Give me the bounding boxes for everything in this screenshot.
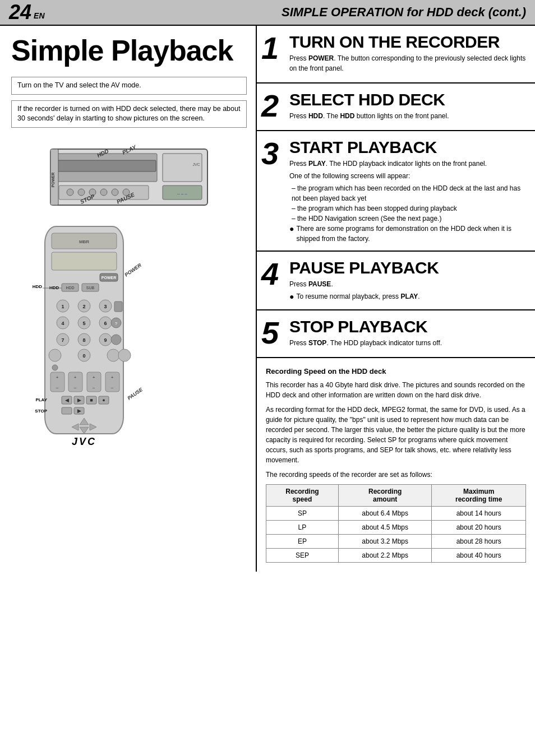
- section-title: Simple Playback: [11, 35, 247, 67]
- svg-text:PLAY: PLAY: [35, 397, 47, 402]
- step-5-heading: STOP PLAYBACK: [289, 317, 526, 336]
- svg-text:-- -- --: -- -- --: [177, 192, 188, 196]
- svg-point-9: [78, 189, 85, 196]
- step-1: 1 TURN ON THE RECORDER Press POWER. The …: [257, 26, 535, 84]
- step-3-content: START PLAYBACK Press PLAY. The HDD playb…: [289, 138, 526, 244]
- step-3-heading: START PLAYBACK: [289, 138, 526, 156]
- step-1-heading: TURN ON THE RECORDER: [289, 33, 526, 51]
- step-3-bullet: ● There are some programs for demonstrat…: [289, 224, 526, 244]
- svg-text:▶: ▶: [77, 397, 81, 403]
- svg-text:?: ?: [115, 321, 118, 326]
- svg-text:SUB: SUB: [86, 286, 95, 290]
- table-cell: EP: [266, 534, 338, 548]
- table-row: LPabout 4.5 Mbpsabout 20 hours: [266, 520, 525, 534]
- table-cell: about 28 hours: [432, 534, 526, 548]
- recording-title: Recording Speed on the HDD deck: [266, 367, 526, 375]
- step-4-number: 4: [261, 258, 289, 290]
- svg-rect-38: [114, 302, 122, 312]
- step-3-text: Press PLAY. The HDD playback indicator l…: [289, 159, 526, 169]
- svg-text:HDD: HDD: [66, 286, 74, 290]
- step-2-heading: SELECT HDD DECK: [289, 90, 526, 109]
- bullet-dot-4: ●: [289, 291, 294, 303]
- step-3-list: the program which has been recorded on t…: [289, 183, 526, 224]
- svg-text:–: –: [111, 385, 114, 390]
- recording-paragraph-3: The recording speeds of the recorder are…: [266, 470, 526, 480]
- left-column: Simple Playback Turn on the TV and selec…: [0, 26, 257, 572]
- step-4-heading: PAUSE PLAYBACK: [289, 258, 526, 277]
- remote-wrapper: MBR POWER HDD HDD SUB 1: [11, 221, 247, 458]
- svg-text:8: 8: [82, 337, 85, 343]
- svg-text:–: –: [93, 385, 95, 390]
- svg-text:9: 9: [104, 337, 107, 343]
- col-header-amount: Recordingamount: [338, 484, 432, 506]
- right-column: 1 TURN ON THE RECORDER Press POWER. The …: [257, 26, 535, 572]
- svg-rect-5: [163, 154, 202, 182]
- table-cell: about 2.2 Mbps: [338, 548, 432, 562]
- page-header: 24 EN SIMPLE OPERATION for HDD deck (con…: [0, 0, 535, 26]
- svg-text:+: +: [74, 375, 77, 380]
- svg-point-58: [118, 349, 131, 361]
- recorder-svg: POWER JVC HDD PLAY STOP P: [45, 138, 213, 211]
- svg-point-57: [107, 349, 119, 361]
- table-row: EPabout 3.2 Mbpsabout 28 hours: [266, 534, 525, 548]
- svg-text:–: –: [74, 385, 77, 390]
- svg-text:–: –: [56, 385, 59, 390]
- table-cell: about 40 hours: [432, 548, 526, 562]
- info-box-2: If the recorder is turned on with HDD de…: [11, 100, 247, 128]
- main-content: Simple Playback Turn on the TV and selec…: [0, 26, 535, 572]
- svg-text:◀: ◀: [65, 397, 69, 403]
- svg-text:●: ●: [102, 397, 105, 403]
- svg-rect-2: [57, 160, 156, 171]
- step-2-text: Press HDD. The HDD button lights on the …: [289, 111, 526, 121]
- recording-info: Recording Speed on the HDD deck This rec…: [257, 358, 535, 572]
- table-cell: SEP: [266, 548, 338, 562]
- svg-text:POWER: POWER: [123, 262, 142, 277]
- speed-table: Recordingspeed Recordingamount Maximumre…: [266, 484, 526, 563]
- step-2-number: 2: [261, 90, 289, 122]
- table-cell: LP: [266, 520, 338, 534]
- step-4: 4 PAUSE PLAYBACK Press PAUSE. ● To resum…: [257, 252, 535, 310]
- table-cell: SP: [266, 506, 338, 520]
- svg-rect-24: [52, 252, 117, 270]
- table-cell: about 4.5 Mbps: [338, 520, 432, 534]
- recording-paragraph-2: As recording format for the HDD deck, MP…: [266, 405, 526, 465]
- svg-text:+: +: [93, 375, 95, 380]
- step-3: 3 START PLAYBACK Press PLAY. The HDD pla…: [257, 131, 535, 252]
- step-3-list-item-1: the program which has been recorded on t…: [292, 183, 526, 203]
- svg-point-12: [112, 189, 118, 196]
- table-header-row: Recordingspeed Recordingamount Maximumre…: [266, 484, 525, 506]
- svg-text:0: 0: [82, 353, 85, 359]
- svg-point-53: [111, 335, 121, 345]
- svg-text:7: 7: [61, 337, 64, 343]
- step-3-number: 3: [261, 138, 289, 169]
- col-header-speed: Recordingspeed: [266, 484, 338, 506]
- step-3-subtext: One of the following screens will appear…: [289, 171, 526, 181]
- step-5-text: Press STOP. The HDD playback indicator t…: [289, 338, 526, 348]
- svg-text:1: 1: [61, 304, 64, 309]
- svg-text:4: 4: [61, 321, 64, 326]
- step-5-content: STOP PLAYBACK Press STOP. The HDD playba…: [289, 317, 526, 350]
- table-cell: about 3.2 Mbps: [338, 534, 432, 548]
- table-cell: about 20 hours: [432, 520, 526, 534]
- col-header-time: Maximumrecording time: [432, 484, 526, 506]
- svg-text:2: 2: [82, 304, 85, 309]
- step-1-text: Press POWER. The button corresponding to…: [289, 53, 526, 73]
- recorder-illustration: POWER JVC HDD PLAY STOP P: [11, 138, 247, 211]
- table-row: SEPabout 2.2 Mbpsabout 40 hours: [266, 548, 525, 562]
- step-3-list-item-3: the HDD Navigation screen (See the next …: [292, 214, 526, 224]
- step-1-number: 1: [261, 33, 289, 64]
- step-2: 2 SELECT HDD DECK Press HDD. The HDD but…: [257, 84, 535, 131]
- step-3-bullet-text: There are some programs for demonstratio…: [296, 224, 526, 244]
- step-4-bullet-text: To resume normal playback, press PLAY.: [296, 291, 419, 302]
- step-4-text: Press PAUSE.: [289, 279, 526, 289]
- svg-text:MBR: MBR: [79, 239, 89, 244]
- bullet-dot-3: ●: [289, 224, 294, 235]
- step-1-content: TURN ON THE RECORDER Press POWER. The bu…: [289, 33, 526, 76]
- table-cell: about 14 hours: [432, 506, 526, 520]
- svg-text:HDD: HDD: [33, 284, 43, 289]
- svg-point-59: [52, 365, 58, 370]
- svg-text:HDD: HDD: [49, 285, 59, 290]
- svg-text:5: 5: [82, 321, 85, 326]
- step-5-number: 5: [261, 317, 289, 349]
- page-number-suffix: EN: [34, 11, 44, 22]
